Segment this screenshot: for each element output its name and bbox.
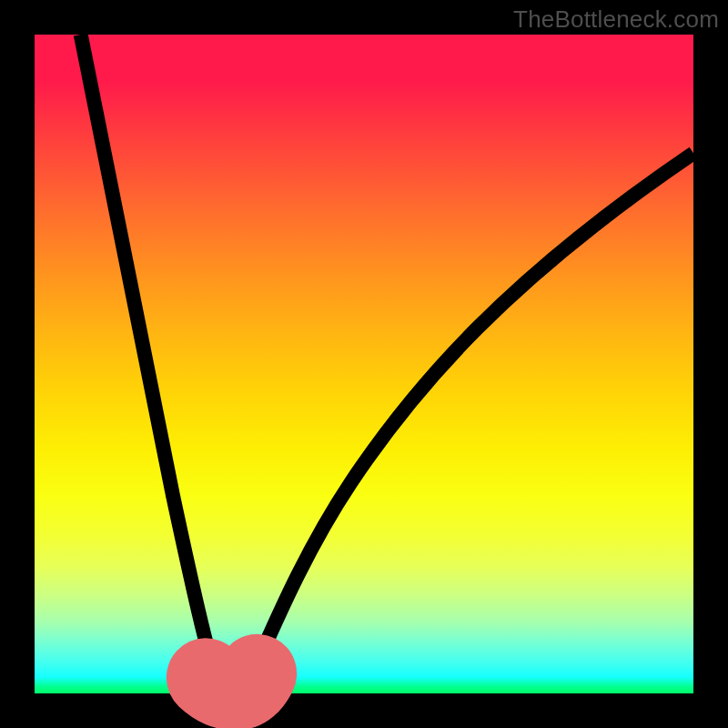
chart-frame: TheBottleneck.com <box>0 0 728 728</box>
right-branch-line <box>246 153 693 689</box>
marker-point <box>244 672 259 688</box>
marker-point <box>195 664 210 680</box>
left-branch-line <box>81 35 219 689</box>
marker-point <box>254 656 269 672</box>
curve-layer <box>35 35 693 693</box>
watermark-text: TheBottleneck.com <box>513 5 719 34</box>
